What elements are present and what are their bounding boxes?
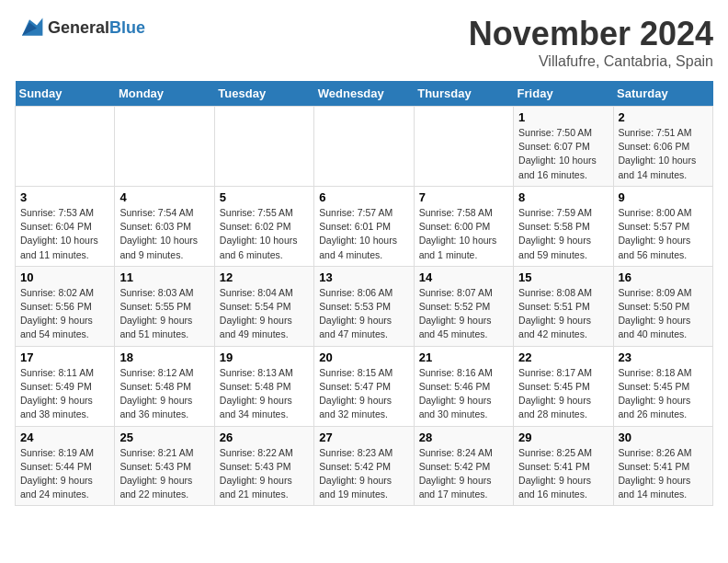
- day-number: 16: [619, 270, 708, 284]
- day-info: Sunrise: 8:02 AM Sunset: 5:56 PM Dayligh…: [20, 286, 109, 342]
- logo-blue: Blue: [109, 18, 145, 37]
- day-number: 17: [20, 350, 109, 364]
- day-number: 29: [518, 431, 608, 444]
- day-info: Sunrise: 8:12 AM Sunset: 5:48 PM Dayligh…: [119, 366, 209, 422]
- day-number: 27: [319, 431, 408, 444]
- logo-general: General: [48, 18, 109, 37]
- day-info: Sunrise: 8:26 AM Sunset: 5:41 PM Dayligh…: [619, 446, 708, 502]
- day-info: Sunrise: 8:09 AM Sunset: 5:50 PM Dayligh…: [619, 286, 708, 342]
- day-number: 13: [319, 270, 408, 284]
- logo-text: GeneralBlue: [48, 18, 145, 38]
- day-cell: 11Sunrise: 8:03 AM Sunset: 5:55 PM Dayli…: [115, 266, 214, 346]
- logo: GeneralBlue: [15, 15, 145, 40]
- day-cell: 27Sunrise: 8:23 AM Sunset: 5:42 PM Dayli…: [314, 426, 414, 506]
- day-number: 10: [20, 270, 109, 284]
- day-number: 30: [619, 431, 708, 444]
- location-title: Villafufre, Cantabria, Spain: [469, 53, 713, 70]
- day-number: 19: [220, 350, 309, 364]
- day-cell: 18Sunrise: 8:12 AM Sunset: 5:48 PM Dayli…: [115, 346, 214, 426]
- day-number: 22: [518, 350, 608, 364]
- day-info: Sunrise: 8:03 AM Sunset: 5:55 PM Dayligh…: [119, 286, 209, 342]
- calendar-table: SundayMondayTuesdayWednesdayThursdayFrid…: [15, 81, 713, 506]
- day-cell: 4Sunrise: 7:54 AM Sunset: 6:03 PM Daylig…: [115, 186, 214, 266]
- calendar-header: SundayMondayTuesdayWednesdayThursdayFrid…: [16, 81, 713, 107]
- week-row-3: 10Sunrise: 8:02 AM Sunset: 5:56 PM Dayli…: [16, 266, 713, 346]
- day-cell: [214, 107, 313, 187]
- day-number: 25: [119, 431, 209, 444]
- day-cell: 1Sunrise: 7:50 AM Sunset: 6:07 PM Daylig…: [514, 107, 613, 187]
- day-info: Sunrise: 8:17 AM Sunset: 5:45 PM Dayligh…: [518, 366, 608, 422]
- day-number: 28: [419, 431, 508, 444]
- day-cell: 23Sunrise: 8:18 AM Sunset: 5:45 PM Dayli…: [613, 346, 712, 426]
- day-cell: 14Sunrise: 8:07 AM Sunset: 5:52 PM Dayli…: [414, 266, 513, 346]
- day-cell: [414, 107, 513, 187]
- day-info: Sunrise: 8:25 AM Sunset: 5:41 PM Dayligh…: [518, 446, 608, 502]
- header-day-sunday: Sunday: [16, 81, 115, 107]
- day-cell: [314, 107, 414, 187]
- day-number: 14: [419, 270, 508, 284]
- day-cell: [16, 107, 115, 187]
- day-info: Sunrise: 8:11 AM Sunset: 5:49 PM Dayligh…: [20, 366, 109, 422]
- day-number: 1: [518, 110, 608, 124]
- day-number: 5: [220, 190, 309, 204]
- week-row-4: 17Sunrise: 8:11 AM Sunset: 5:49 PM Dayli…: [16, 346, 713, 426]
- day-cell: 26Sunrise: 8:22 AM Sunset: 5:43 PM Dayli…: [214, 426, 313, 506]
- day-cell: 21Sunrise: 8:16 AM Sunset: 5:46 PM Dayli…: [414, 346, 513, 426]
- day-number: 8: [518, 190, 608, 204]
- day-info: Sunrise: 8:24 AM Sunset: 5:42 PM Dayligh…: [419, 446, 508, 502]
- day-info: Sunrise: 8:18 AM Sunset: 5:45 PM Dayligh…: [619, 366, 708, 422]
- header-day-monday: Monday: [115, 81, 214, 107]
- header-day-saturday: Saturday: [613, 81, 712, 107]
- day-cell: 25Sunrise: 8:21 AM Sunset: 5:43 PM Dayli…: [115, 426, 214, 506]
- day-number: 18: [119, 350, 209, 364]
- day-info: Sunrise: 8:19 AM Sunset: 5:44 PM Dayligh…: [20, 446, 109, 502]
- day-number: 23: [619, 350, 708, 364]
- day-info: Sunrise: 7:58 AM Sunset: 6:00 PM Dayligh…: [419, 206, 508, 262]
- day-info: Sunrise: 8:06 AM Sunset: 5:53 PM Dayligh…: [319, 286, 408, 342]
- week-row-5: 24Sunrise: 8:19 AM Sunset: 5:44 PM Dayli…: [16, 426, 713, 506]
- day-cell: 16Sunrise: 8:09 AM Sunset: 5:50 PM Dayli…: [613, 266, 712, 346]
- header-day-tuesday: Tuesday: [214, 81, 313, 107]
- day-cell: 12Sunrise: 8:04 AM Sunset: 5:54 PM Dayli…: [214, 266, 313, 346]
- day-number: 11: [119, 270, 209, 284]
- day-info: Sunrise: 8:16 AM Sunset: 5:46 PM Dayligh…: [419, 366, 508, 422]
- day-number: 20: [319, 350, 408, 364]
- day-cell: [115, 107, 214, 187]
- day-cell: 6Sunrise: 7:57 AM Sunset: 6:01 PM Daylig…: [314, 186, 414, 266]
- day-cell: 22Sunrise: 8:17 AM Sunset: 5:45 PM Dayli…: [514, 346, 613, 426]
- day-info: Sunrise: 7:55 AM Sunset: 6:02 PM Dayligh…: [220, 206, 309, 262]
- day-cell: 8Sunrise: 7:59 AM Sunset: 5:58 PM Daylig…: [514, 186, 613, 266]
- day-number: 15: [518, 270, 608, 284]
- day-cell: 5Sunrise: 7:55 AM Sunset: 6:02 PM Daylig…: [214, 186, 313, 266]
- day-cell: 15Sunrise: 8:08 AM Sunset: 5:51 PM Dayli…: [514, 266, 613, 346]
- week-row-1: 1Sunrise: 7:50 AM Sunset: 6:07 PM Daylig…: [16, 107, 713, 187]
- day-cell: 20Sunrise: 8:15 AM Sunset: 5:47 PM Dayli…: [314, 346, 414, 426]
- logo-icon: [15, 15, 44, 40]
- day-number: 24: [20, 431, 109, 444]
- day-cell: 24Sunrise: 8:19 AM Sunset: 5:44 PM Dayli…: [16, 426, 115, 506]
- day-cell: 9Sunrise: 8:00 AM Sunset: 5:57 PM Daylig…: [613, 186, 712, 266]
- day-number: 12: [220, 270, 309, 284]
- day-cell: 17Sunrise: 8:11 AM Sunset: 5:49 PM Dayli…: [16, 346, 115, 426]
- header-day-thursday: Thursday: [414, 81, 513, 107]
- calendar-body: 1Sunrise: 7:50 AM Sunset: 6:07 PM Daylig…: [16, 107, 713, 506]
- day-info: Sunrise: 8:04 AM Sunset: 5:54 PM Dayligh…: [220, 286, 309, 342]
- day-cell: 30Sunrise: 8:26 AM Sunset: 5:41 PM Dayli…: [613, 426, 712, 506]
- day-number: 9: [619, 190, 708, 204]
- day-cell: 7Sunrise: 7:58 AM Sunset: 6:00 PM Daylig…: [414, 186, 513, 266]
- day-number: 7: [419, 190, 508, 204]
- day-number: 26: [220, 431, 309, 444]
- header-day-wednesday: Wednesday: [314, 81, 414, 107]
- day-number: 2: [619, 110, 708, 124]
- day-info: Sunrise: 8:15 AM Sunset: 5:47 PM Dayligh…: [319, 366, 408, 422]
- day-cell: 29Sunrise: 8:25 AM Sunset: 5:41 PM Dayli…: [514, 426, 613, 506]
- day-number: 21: [419, 350, 508, 364]
- day-cell: 13Sunrise: 8:06 AM Sunset: 5:53 PM Dayli…: [314, 266, 414, 346]
- day-info: Sunrise: 8:07 AM Sunset: 5:52 PM Dayligh…: [419, 286, 508, 342]
- day-info: Sunrise: 7:50 AM Sunset: 6:07 PM Dayligh…: [518, 126, 608, 182]
- day-number: 3: [20, 190, 109, 204]
- day-info: Sunrise: 8:08 AM Sunset: 5:51 PM Dayligh…: [518, 286, 608, 342]
- day-info: Sunrise: 8:00 AM Sunset: 5:57 PM Dayligh…: [619, 206, 708, 262]
- day-info: Sunrise: 8:13 AM Sunset: 5:48 PM Dayligh…: [220, 366, 309, 422]
- day-info: Sunrise: 7:59 AM Sunset: 5:58 PM Dayligh…: [518, 206, 608, 262]
